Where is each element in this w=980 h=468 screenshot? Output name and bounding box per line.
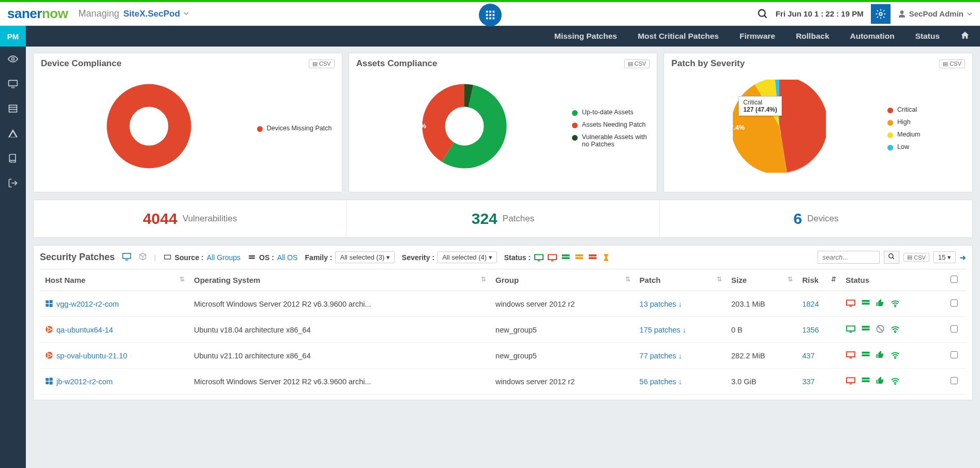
row-checkbox[interactable] <box>951 377 958 384</box>
nav-missing-patches[interactable]: Missing Patches <box>554 32 617 41</box>
svg-point-70 <box>47 353 49 354</box>
col-size[interactable]: Size⇅ <box>726 269 797 291</box>
logout-icon[interactable] <box>8 178 18 188</box>
search-button[interactable] <box>884 251 899 264</box>
cube-view-icon[interactable] <box>139 252 147 262</box>
nav-rollback[interactable]: Rollback <box>796 32 830 41</box>
book-icon[interactable] <box>8 153 18 163</box>
group-cell: new_group5 <box>490 317 635 343</box>
expand-icon[interactable]: ➜ <box>960 253 966 262</box>
wifi-icon <box>890 299 900 309</box>
card-title: Assets Compliance <box>356 58 438 69</box>
apps-button[interactable] <box>479 4 502 26</box>
patches-link[interactable]: 175 patches ↓ <box>640 326 686 334</box>
module-badge[interactable]: PM <box>0 26 26 47</box>
csv-button[interactable]: ▤ CSV <box>309 59 335 68</box>
os-cell: Microsoft Windows Server 2012 R2 v6.3.96… <box>189 291 490 317</box>
status-server-red-icon[interactable] <box>587 253 598 262</box>
group-cell: windows server 2012 r2 <box>490 291 635 317</box>
table-csv-button[interactable]: ▤ CSV <box>903 253 929 262</box>
monitor-icon[interactable] <box>8 79 18 89</box>
svg-rect-5 <box>492 14 494 16</box>
monitor-view-icon[interactable] <box>122 252 131 263</box>
svg-rect-74 <box>862 352 870 354</box>
risk-link[interactable]: 1824 <box>802 300 819 308</box>
severity-select[interactable]: All selected (4) ▾ <box>438 251 497 263</box>
csv-button[interactable]: ▤ CSV <box>939 59 965 68</box>
card-title: Device Compliance <box>41 58 122 69</box>
chart-tooltip: Critical127 (47.4%) <box>738 96 781 116</box>
patches-table: Host Name⇅ Operating System⇅ Group⇅ Patc… <box>40 269 966 395</box>
host-link[interactable]: qa-ubuntux64-14 <box>56 326 113 334</box>
family-select[interactable]: All selected (3) ▾ <box>335 251 395 263</box>
status-server-green-icon[interactable] <box>561 253 571 262</box>
alert-icon[interactable] <box>8 128 18 139</box>
search-icon[interactable] <box>757 8 768 20</box>
row-checkbox[interactable] <box>951 351 958 358</box>
svg-rect-42 <box>589 254 597 256</box>
home-icon[interactable] <box>960 31 970 42</box>
col-os[interactable]: Operating System⇅ <box>189 269 490 291</box>
page-size-select[interactable]: 15 ▾ <box>933 251 956 263</box>
list-icon[interactable] <box>8 103 18 114</box>
svg-rect-77 <box>46 378 49 381</box>
nav-most-critical[interactable]: Most Critical Patches <box>638 32 719 41</box>
svg-rect-52 <box>862 300 870 302</box>
nav-status[interactable]: Status <box>915 32 940 41</box>
svg-rect-50 <box>847 300 855 305</box>
status-offline-icon[interactable] <box>547 253 557 262</box>
size-cell: 3.0 GiB <box>726 369 797 395</box>
patches-link[interactable]: 56 patches ↓ <box>640 378 682 386</box>
nav-firmware[interactable]: Firmware <box>740 32 775 41</box>
row-checkbox[interactable] <box>951 325 958 333</box>
col-group[interactable]: Group⇅ <box>490 269 635 291</box>
stat-vulnerabilities: 4044 <box>143 210 177 228</box>
card-title: Patch by Severity <box>671 58 745 69</box>
chevron-down-icon[interactable] <box>183 9 189 19</box>
eye-icon[interactable] <box>8 54 18 64</box>
ban-icon <box>876 324 885 335</box>
host-link[interactable]: sp-oval-ubuntu-21.10 <box>56 352 127 360</box>
device-donut-chart[interactable] <box>41 82 257 170</box>
svg-rect-43 <box>589 257 597 259</box>
svg-rect-1 <box>489 11 491 13</box>
status-pending-icon[interactable] <box>601 253 611 262</box>
assets-donut-chart[interactable]: 40.9% 55.6% <box>356 82 572 170</box>
svg-rect-83 <box>862 378 870 380</box>
select-all-checkbox[interactable] <box>951 276 958 283</box>
risk-link[interactable]: 437 <box>802 352 815 360</box>
stat-patches: 324 <box>472 210 497 228</box>
logo[interactable]: sanernow <box>7 6 68 22</box>
patches-link[interactable]: 13 patches ↓ <box>640 300 682 308</box>
svg-rect-84 <box>862 380 870 382</box>
status-online-icon[interactable] <box>534 253 544 262</box>
svg-rect-47 <box>50 300 53 303</box>
table-search-input[interactable] <box>818 251 880 264</box>
table-row: vgg-w2012-r2-comMicrosoft Windows Server… <box>40 291 966 317</box>
col-patch[interactable]: Patch⇅ <box>635 269 726 291</box>
row-checkbox[interactable] <box>951 299 958 307</box>
nav-automation[interactable]: Automation <box>850 32 895 41</box>
risk-link[interactable]: 337 <box>802 378 815 386</box>
user-menu[interactable]: SecPod Admin <box>898 9 973 18</box>
col-status[interactable]: Status <box>840 269 945 291</box>
status-server-orange-icon[interactable] <box>574 253 584 262</box>
download-arrow-icon: ↓ <box>679 300 682 308</box>
csv-button[interactable]: ▤ CSV <box>624 59 650 68</box>
os-filter[interactable]: All OS <box>277 253 298 262</box>
col-hostname[interactable]: Host Name⇅ <box>40 269 189 291</box>
svg-point-54 <box>895 306 896 307</box>
site-selector[interactable]: SiteX.SecPod <box>123 9 180 19</box>
device-status-icon <box>846 376 856 386</box>
svg-rect-79 <box>46 382 49 384</box>
host-link[interactable]: vgg-w2012-r2-com <box>56 300 119 308</box>
col-risk[interactable]: Risk⇵ <box>797 269 840 291</box>
server-status-icon <box>861 299 870 309</box>
patches-link[interactable]: 77 patches ↓ <box>640 352 682 360</box>
severity-pie-chart[interactable]: 44% 47.4% Critical127 (47.4%) <box>671 80 887 173</box>
host-link[interactable]: jb-w2012-r2-com <box>56 378 113 386</box>
settings-button[interactable] <box>871 4 891 24</box>
risk-link[interactable]: 1356 <box>802 326 819 334</box>
source-filter[interactable]: All Groups <box>207 253 240 262</box>
download-arrow-icon: ↓ <box>679 378 682 386</box>
